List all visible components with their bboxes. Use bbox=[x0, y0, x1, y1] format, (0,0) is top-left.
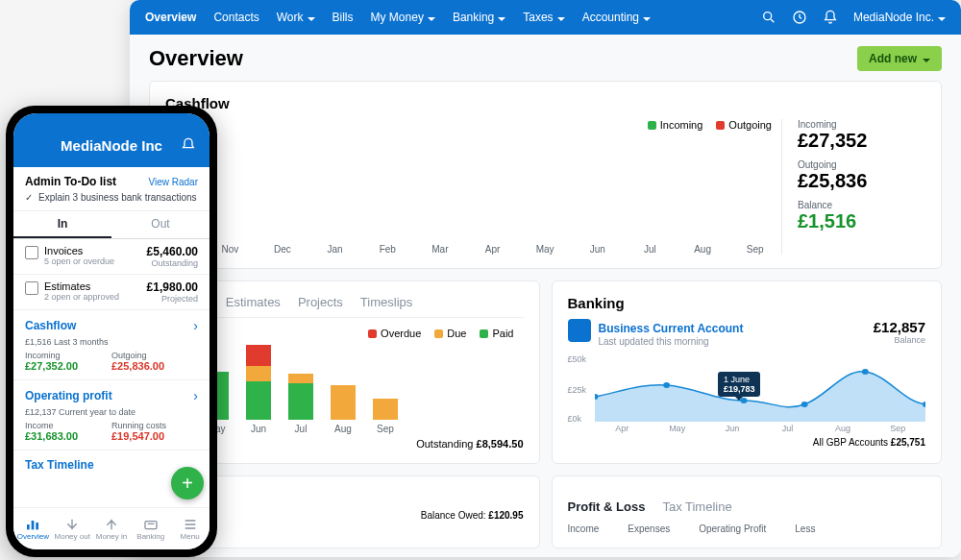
nav-contacts[interactable]: Contacts bbox=[213, 11, 259, 24]
legend-incoming: Incoming bbox=[648, 119, 703, 131]
cashflow-title: Cashflow bbox=[165, 95, 925, 111]
bell-icon[interactable] bbox=[823, 10, 838, 25]
nav-taxes[interactable]: Taxes bbox=[523, 11, 564, 24]
mobile-in-out-tabs: In Out bbox=[13, 211, 209, 239]
top-nav: OverviewContactsWorkBillsMy MoneyBanking… bbox=[130, 0, 961, 35]
nav-banking[interactable]: Banking bbox=[453, 11, 505, 24]
tab-estimates[interactable]: Estimates bbox=[226, 295, 281, 317]
doc-icon bbox=[25, 281, 38, 295]
mobile-header: MediaNode Inc bbox=[13, 113, 209, 167]
nav-bills[interactable]: Bills bbox=[333, 11, 354, 24]
legend-overdue: Overdue bbox=[368, 328, 421, 339]
main-content: Overview Add new Cashflow Incoming Outgo… bbox=[130, 35, 961, 557]
svg-rect-10 bbox=[37, 523, 39, 529]
bank-account-link[interactable]: Business Current Account bbox=[599, 322, 744, 335]
tab-timeslips[interactable]: Timeslips bbox=[360, 295, 412, 317]
cashflow-outgoing-total: Outgoing£25,836 bbox=[798, 159, 925, 192]
outstanding-total: Outstanding £8,594.50 bbox=[165, 438, 524, 450]
clock-icon[interactable] bbox=[792, 10, 807, 25]
mobile-todo-section: Admin To-Do listView Radar ✓Explain 3 bu… bbox=[13, 167, 209, 211]
mobile-tab-overview[interactable]: Overview bbox=[13, 508, 53, 549]
svg-point-3 bbox=[663, 382, 670, 388]
tab-profit-loss[interactable]: Profit & Loss bbox=[568, 499, 646, 514]
svg-rect-8 bbox=[27, 524, 30, 529]
nav-accounting[interactable]: Accounting bbox=[582, 11, 651, 24]
mobile-row-estimates[interactable]: Estimates2 open or approved£1,980.00Proj… bbox=[13, 275, 209, 310]
mobile-tab-money-in[interactable]: Money in bbox=[92, 508, 132, 549]
banking-sparkline: £50k £25k £0k 1 June£19,783 bbox=[568, 354, 926, 422]
profit-loss-card: Profit & Loss Tax Timeline IncomeExpense… bbox=[552, 475, 943, 548]
mobile-cashflow[interactable]: Cashflow› £1,516 Last 3 months Incoming£… bbox=[13, 310, 209, 380]
mobile-tab-money-out[interactable]: Money out bbox=[53, 508, 92, 549]
banking-card: Banking Business Current Account Last up… bbox=[552, 280, 943, 464]
cashflow-incoming-total: Incoming£27,352 bbox=[798, 119, 925, 152]
fab-add-button[interactable]: + bbox=[171, 467, 204, 499]
tab-tax-timeline[interactable]: Tax Timeline bbox=[662, 499, 731, 514]
tab-out[interactable]: Out bbox=[111, 211, 209, 238]
mobile-company: MediaNode Inc bbox=[61, 137, 162, 154]
nav-work[interactable]: Work bbox=[277, 11, 315, 24]
todo-title: Admin To-Do list bbox=[25, 175, 116, 188]
legend-paid: Paid bbox=[480, 328, 513, 339]
bills-balance: Balance Owed: £120.95 bbox=[165, 506, 524, 524]
svg-point-2 bbox=[591, 394, 598, 400]
desktop-app: OverviewContactsWorkBillsMy MoneyBanking… bbox=[130, 0, 961, 557]
all-accounts-total: All GBP Accounts £25,751 bbox=[568, 437, 926, 448]
pl-col-expenses: Expenses bbox=[628, 523, 670, 534]
mobile-row-invoices[interactable]: Invoices5 open or overdue£5,460.00Outsta… bbox=[13, 239, 209, 275]
bank-balance: £12,857 Balance bbox=[874, 319, 925, 347]
svg-point-5 bbox=[801, 402, 807, 407]
nav-my-money[interactable]: My Money bbox=[371, 11, 435, 24]
pl-col-income: Income bbox=[568, 523, 600, 534]
mobile-app: MediaNode Inc Admin To-Do listView Radar… bbox=[6, 106, 217, 557]
pl-col-less: Less bbox=[795, 523, 815, 534]
mobile-tab-menu[interactable]: Menu bbox=[170, 508, 209, 549]
svg-rect-11 bbox=[145, 522, 157, 529]
mobile-operating-profit[interactable]: Operating profit› £12,137 Current year t… bbox=[13, 380, 209, 450]
bell-icon[interactable] bbox=[181, 137, 196, 153]
add-new-button[interactable]: Add new bbox=[857, 46, 942, 71]
doc-icon bbox=[25, 246, 38, 259]
mobile-tab-banking[interactable]: Banking bbox=[131, 508, 170, 549]
todo-item[interactable]: ✓Explain 3 business bank transactions bbox=[25, 192, 198, 203]
legend-outgoing: Outgoing bbox=[716, 119, 772, 131]
company-switcher[interactable]: MediaNode Inc. bbox=[853, 11, 946, 24]
sparkline-tooltip: 1 June£19,783 bbox=[718, 372, 761, 397]
tab-projects[interactable]: Projects bbox=[298, 295, 343, 317]
bank-icon bbox=[568, 319, 591, 342]
svg-point-0 bbox=[764, 12, 772, 20]
banking-title: Banking bbox=[568, 295, 926, 311]
bank-updated: Last updated this morning bbox=[599, 336, 866, 347]
svg-point-6 bbox=[861, 369, 868, 375]
svg-rect-9 bbox=[32, 521, 35, 529]
search-icon[interactable] bbox=[761, 10, 776, 25]
page-title: Overview bbox=[149, 46, 243, 71]
view-radar-link[interactable]: View Radar bbox=[148, 177, 198, 187]
tab-in[interactable]: In bbox=[13, 211, 111, 238]
cashflow-balance-total: Balance£1,516 bbox=[798, 200, 925, 232]
pl-col-operating-profit: Operating Profit bbox=[699, 523, 766, 534]
cashflow-card: Cashflow Incoming Outgoing NovDecJanFebM… bbox=[149, 81, 942, 269]
cashflow-chart: Incoming Outgoing NovDecJanFebMarAprMayJ… bbox=[165, 119, 781, 255]
legend-due: Due bbox=[434, 328, 466, 339]
nav-overview[interactable]: Overview bbox=[145, 11, 196, 24]
